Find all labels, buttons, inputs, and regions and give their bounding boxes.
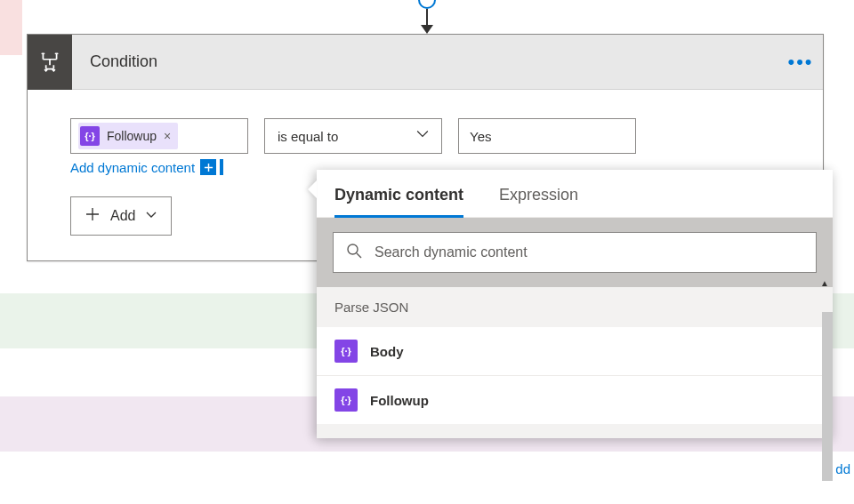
results-section-header: Parse JSON ▲ [317, 287, 833, 327]
flow-connector-arrow [418, 0, 436, 36]
cropped-link-fragment: dd [835, 461, 850, 476]
chevron-down-icon [416, 128, 434, 144]
insertion-marker [220, 159, 223, 175]
tab-dynamic-content[interactable]: Dynamic content [334, 186, 463, 218]
condition-right-operand[interactable]: Yes [458, 118, 636, 154]
result-item-body[interactable]: {·} Body [317, 327, 833, 376]
remove-token-button[interactable]: × [162, 129, 173, 143]
condition-expression-row: {·} Followup × is equal to Yes [70, 118, 780, 154]
scroll-up-arrow-icon[interactable]: ▲ [820, 278, 829, 288]
condition-left-operand[interactable]: {·} Followup × [70, 118, 248, 154]
dynamic-token-followup: {·} Followup × [78, 123, 178, 149]
search-icon [346, 243, 362, 262]
add-condition-button[interactable]: Add [70, 196, 172, 236]
result-label: Body [370, 344, 404, 359]
more-options-button[interactable]: ••• [778, 51, 823, 74]
scrollbar-thumb[interactable] [822, 312, 833, 481]
flyout-footer [317, 424, 833, 438]
add-button-label: Add [110, 208, 135, 224]
condition-icon [28, 35, 72, 90]
plus-icon [85, 207, 100, 225]
tab-expression[interactable]: Expression [499, 186, 578, 218]
token-label: Followup [107, 129, 157, 143]
flyout-caret [308, 180, 317, 198]
search-box[interactable] [333, 232, 817, 273]
dynamic-content-results: {·} Body {·} Followup [317, 327, 833, 424]
section-title: Parse JSON [334, 300, 408, 315]
add-dynamic-content-link[interactable]: Add dynamic content [70, 160, 195, 175]
json-token-icon: {·} [334, 388, 358, 412]
search-input[interactable] [375, 244, 803, 260]
result-label: Followup [370, 393, 429, 408]
result-item-followup[interactable]: {·} Followup [317, 376, 833, 424]
json-token-icon: {·} [80, 126, 100, 146]
condition-header[interactable]: Condition ••• [28, 35, 823, 90]
condition-operator-select[interactable]: is equal to [264, 118, 442, 154]
svg-point-0 [348, 244, 358, 254]
plus-icon[interactable] [200, 159, 216, 175]
condition-title: Condition [72, 52, 778, 71]
flyout-tabs: Dynamic content Expression [317, 170, 833, 218]
dynamic-content-flyout: Dynamic content Expression Parse JSON ▲ … [317, 170, 833, 438]
json-token-icon: {·} [334, 340, 358, 363]
value-text: Yes [470, 129, 491, 144]
operator-label: is equal to [272, 129, 338, 144]
chevron-down-icon [146, 208, 157, 224]
